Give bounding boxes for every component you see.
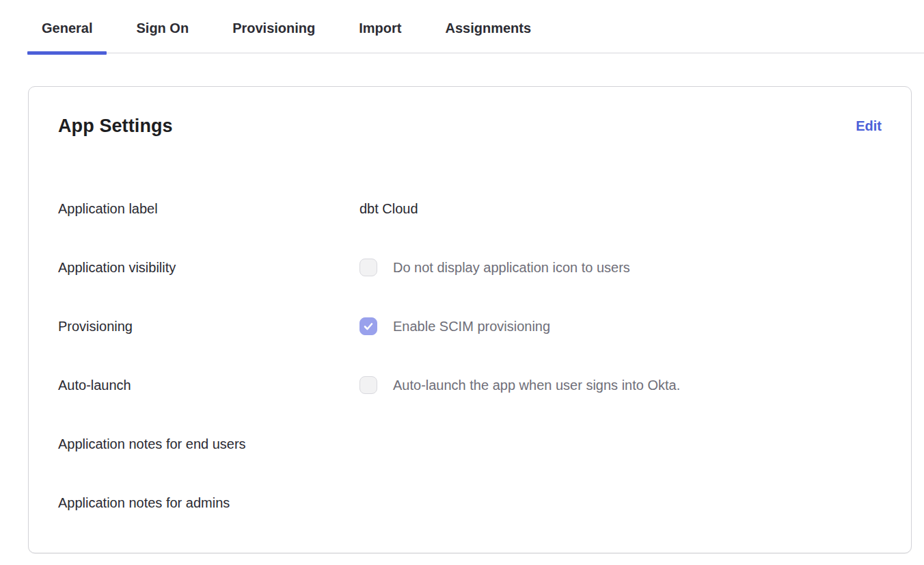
application-visibility-checkbox[interactable] — [359, 259, 377, 276]
card-title: App Settings — [58, 114, 173, 137]
checkbox-label: Do not display application icon to users — [393, 258, 630, 277]
edit-button[interactable]: Edit — [856, 114, 882, 137]
row-label: Application notes for admins — [58, 493, 359, 512]
tab-general[interactable]: General — [27, 12, 107, 53]
app-settings-card: App Settings Edit Application label dbt … — [28, 86, 912, 553]
row-label: Application notes for end users — [58, 434, 359, 454]
row-provisioning: Provisioning Enable SCIM provisioning — [58, 317, 882, 336]
scim-provisioning-checkbox[interactable] — [359, 317, 377, 335]
row-label: Application visibility — [58, 258, 359, 277]
tab-import[interactable]: Import — [344, 12, 416, 53]
tab-provisioning[interactable]: Provisioning — [218, 12, 329, 53]
tab-assignments[interactable]: Assignments — [431, 12, 546, 53]
checkbox-label: Enable SCIM provisioning — [393, 317, 550, 336]
row-label: Auto-launch — [58, 376, 359, 395]
card-header: App Settings Edit — [58, 114, 882, 137]
row-notes-admins: Application notes for admins — [58, 493, 882, 512]
checkbox-label: Auto-launch the app when user signs into… — [393, 376, 680, 395]
row-auto-launch: Auto-launch Auto-launch the app when use… — [58, 376, 882, 395]
app-tabbar: General Sign On Provisioning Import Assi… — [27, 12, 924, 53]
tab-sign-on[interactable]: Sign On — [122, 12, 203, 53]
auto-launch-checkbox[interactable] — [359, 376, 377, 394]
row-notes-end-users: Application notes for end users — [58, 434, 882, 454]
row-label: Application label — [58, 199, 359, 218]
row-application-label: Application label dbt Cloud — [58, 199, 882, 218]
settings-rows: Application label dbt Cloud Application … — [58, 199, 882, 512]
application-label-value: dbt Cloud — [359, 199, 418, 218]
checkmark-icon — [363, 321, 374, 332]
row-label: Provisioning — [58, 317, 359, 336]
row-application-visibility: Application visibility Do not display ap… — [58, 258, 882, 277]
